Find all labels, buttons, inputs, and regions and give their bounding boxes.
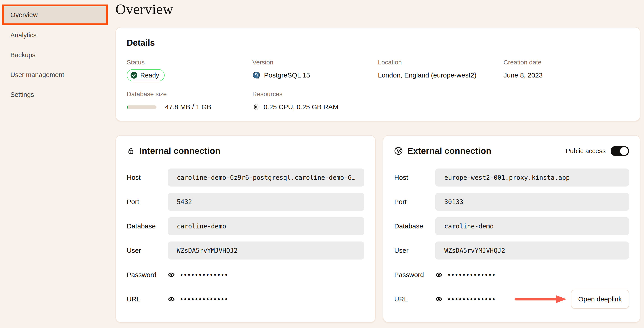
database-size-progressbar (127, 105, 156, 109)
external-password-masked-value: ••••••••••••• (448, 271, 496, 279)
external-password-row: Password ••••••••••••• (394, 266, 629, 284)
database-label: Database (127, 222, 168, 230)
cpu-chip-icon (252, 103, 260, 111)
internal-host-row: Host caroline-demo-6z9r6-postgresql.caro… (127, 169, 364, 187)
details-location: Location London, England (europe-west2) (378, 58, 504, 81)
page-title: Overview (116, 1, 640, 17)
public-access-toggle[interactable] (611, 146, 629, 156)
connection-cards-row: Internal connection Host caroline-demo-6… (116, 135, 640, 323)
internal-connection-title: Internal connection (139, 146, 220, 156)
database-label: Database (394, 222, 435, 230)
internal-host-value: caroline-demo-6z9r6-postgresql.caroline-… (177, 174, 355, 181)
reveal-url-eye-icon[interactable] (168, 296, 175, 303)
status-badge: Ready (127, 69, 164, 81)
external-database-row: Database caroline-demo (394, 217, 629, 235)
internal-database-value: caroline-demo (177, 223, 226, 230)
sidebar-item-label: Backups (10, 51, 36, 59)
location-value: London, England (europe-west2) (378, 71, 476, 79)
reveal-password-eye-icon[interactable] (435, 271, 442, 279)
external-host-row: Host europe-west2-001.proxy.kinsta.app (394, 169, 629, 187)
sidebar-item-settings[interactable]: Settings (0, 85, 114, 104)
internal-user-row: User WZsDA5rvYMJVHQJ2 (127, 242, 364, 260)
external-user-field[interactable]: WZsDA5rvYMJVHQJ2 (435, 242, 629, 260)
status-value: Ready (140, 72, 159, 79)
details-version: Version PostgreSQL 15 (252, 58, 378, 81)
internal-user-value: WZsDA5rvYMJVHQJ2 (177, 247, 238, 254)
external-user-value: WZsDA5rvYMJVHQJ2 (444, 247, 505, 254)
external-host-value: europe-west2-001.proxy.kinsta.app (444, 174, 570, 181)
database-size-progress-fill (127, 105, 128, 109)
internal-database-field[interactable]: caroline-demo (168, 217, 364, 235)
external-url-row: URL ••••••••••••• (394, 290, 629, 308)
password-label: Password (127, 271, 168, 279)
details-creation-date: Creation date June 8, 2023 (504, 58, 629, 81)
internal-port-value: 5432 (177, 198, 192, 206)
sidebar-item-label: Settings (10, 91, 34, 98)
postgresql-icon (252, 71, 260, 79)
user-label: User (127, 247, 168, 254)
sidebar-item-label: Analytics (10, 31, 36, 39)
password-label: Password (394, 271, 435, 279)
sidebar-item-overview[interactable]: Overview (2, 4, 108, 25)
details-database-size: Database size 47.8 MB / 1 GB (127, 90, 252, 113)
internal-url-masked-value: ••••••••••••• (180, 296, 229, 303)
internal-user-field[interactable]: WZsDA5rvYMJVHQJ2 (168, 242, 364, 260)
lock-icon (127, 147, 135, 155)
host-label: Host (127, 174, 168, 181)
globe-icon (394, 147, 403, 155)
status-label: Status (127, 58, 252, 66)
internal-database-row: Database caroline-demo (127, 217, 364, 235)
internal-password-masked-value: ••••••••••••• (180, 271, 229, 279)
external-port-field[interactable]: 30133 (435, 193, 629, 211)
details-heading: Details (127, 38, 629, 48)
sidebar: Overview Analytics Backups User manageme… (0, 0, 114, 328)
location-label: Location (378, 58, 504, 66)
main-content: Overview Details Status Ready (114, 0, 644, 328)
annotation-arrow-icon (514, 294, 567, 304)
details-grid: Status Ready Version (127, 58, 629, 113)
reveal-url-eye-icon[interactable] (435, 296, 442, 303)
version-value: PostgreSQL 15 (264, 71, 310, 79)
internal-connection-card: Internal connection Host caroline-demo-6… (116, 135, 376, 323)
creation-date-value: June 8, 2023 (504, 71, 542, 79)
internal-host-field[interactable]: caroline-demo-6z9r6-postgresql.caroline-… (168, 169, 364, 187)
sidebar-item-backups[interactable]: Backups (0, 45, 114, 65)
external-connection-title: External connection (407, 146, 491, 156)
external-host-field[interactable]: europe-west2-001.proxy.kinsta.app (435, 169, 629, 187)
host-label: Host (394, 174, 435, 181)
open-deeplink-button[interactable]: Open deeplink (571, 290, 629, 309)
app-root: Overview Analytics Backups User manageme… (0, 0, 644, 328)
internal-port-field[interactable]: 5432 (168, 193, 364, 211)
internal-password-row: Password ••••••••••••• (127, 266, 364, 284)
external-url-masked-value: ••••••••••••• (448, 296, 496, 303)
external-port-value: 30133 (444, 198, 463, 206)
check-circle-icon (130, 72, 138, 79)
reveal-password-eye-icon[interactable] (168, 271, 175, 279)
port-label: Port (127, 198, 168, 206)
database-size-label: Database size (127, 90, 252, 98)
external-port-row: Port 30133 (394, 193, 629, 211)
sidebar-item-user-management[interactable]: User management (0, 65, 114, 85)
external-database-field[interactable]: caroline-demo (435, 217, 629, 235)
sidebar-item-label: Overview (10, 11, 38, 19)
details-card: Details Status Ready (116, 27, 640, 121)
resources-value: 0.25 CPU, 0.25 GB RAM (264, 103, 338, 111)
version-label: Version (252, 58, 378, 66)
database-size-value: 47.8 MB / 1 GB (165, 103, 211, 111)
internal-url-row: URL ••••••••••••• (127, 290, 364, 308)
sidebar-item-label: User management (10, 71, 64, 79)
resources-label: Resources (252, 90, 378, 98)
toggle-knob (620, 147, 628, 155)
url-label: URL (127, 295, 168, 303)
user-label: User (394, 247, 435, 254)
details-resources: Resources 0.25 CPU, 0.25 GB RAM (252, 90, 378, 113)
external-user-row: User WZsDA5rvYMJVHQJ2 (394, 242, 629, 260)
creation-date-label: Creation date (504, 58, 629, 66)
url-label: URL (394, 295, 435, 303)
port-label: Port (394, 198, 435, 206)
external-database-value: caroline-demo (444, 223, 494, 230)
external-connection-card: External connection Public access Host e… (383, 135, 640, 323)
details-status: Status Ready (127, 58, 252, 81)
sidebar-item-analytics[interactable]: Analytics (0, 25, 114, 45)
public-access-label: Public access (566, 147, 606, 155)
